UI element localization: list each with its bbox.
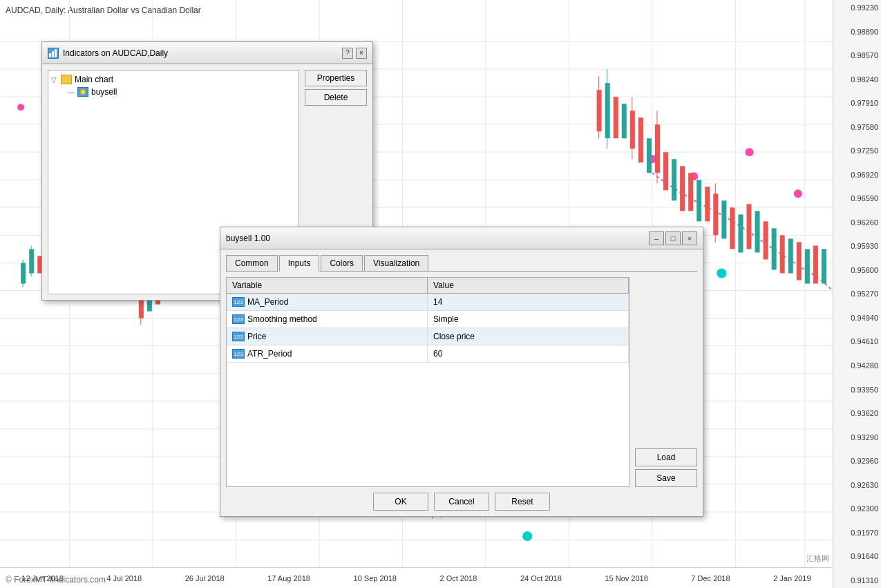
price-label-9: 0.96590 [836, 194, 878, 202]
svg-rect-90 [62, 77, 66, 79]
indicators-dialog-controls: ? × [342, 48, 367, 59]
tab-colors[interactable]: Colors [321, 255, 363, 271]
table-cell-var-4: 123 ATR_Period [227, 345, 428, 362]
properties-dialog-title: buysell 1.00 [226, 234, 270, 243]
svg-rect-64 [705, 187, 710, 221]
tree-main-chart-item[interactable]: ▽ Main chart [51, 73, 296, 86]
price-label-4: 0.98240 [836, 75, 878, 84]
svg-rect-67 [721, 200, 726, 238]
svg-point-30 [17, 104, 24, 111]
save-button[interactable]: Save [635, 469, 697, 487]
price-label-22: 0.92300 [836, 504, 878, 513]
date-label-9: 7 Dec 2018 [691, 574, 730, 582]
table-area: Variable Value 123 MA_Period 14 1 [226, 277, 697, 487]
tab-visualization[interactable]: Visualization [364, 255, 428, 271]
delete-button[interactable]: Delete [305, 89, 367, 106]
indicators-dialog-icon [48, 48, 59, 59]
watermark-right: 汇格网 [806, 553, 829, 564]
price-label-2: 0.98890 [836, 28, 878, 36]
svg-point-34 [794, 189, 802, 198]
price-label-8: 0.96920 [836, 171, 878, 179]
tree-buysell-item[interactable]: — f buysell [68, 86, 296, 98]
tree-buysell-label: buysell [91, 87, 117, 97]
svg-rect-69 [738, 214, 743, 252]
params-table-header: Variable Value [227, 278, 629, 294]
price-label-24: 0.91640 [836, 552, 878, 560]
svg-point-36 [522, 531, 532, 541]
date-label-3: 26 Jul 2018 [185, 574, 225, 582]
properties-minimize-button[interactable]: – [649, 231, 664, 245]
svg-rect-75 [788, 238, 793, 273]
price-label-3: 0.98570 [836, 51, 878, 59]
price-label-5: 0.97910 [836, 99, 878, 107]
price-label-20: 0.92960 [836, 457, 878, 465]
svg-point-33 [745, 148, 753, 156]
properties-dialog-titlebar: buysell 1.00 – □ × [220, 227, 703, 249]
reset-button[interactable]: Reset [495, 493, 550, 511]
svg-rect-71 [755, 211, 760, 252]
cancel-button[interactable]: Cancel [434, 493, 489, 511]
tab-inputs[interactable]: Inputs [279, 255, 320, 272]
date-label-2: 4 Jul 2018 [106, 574, 142, 582]
table-cell-val-2[interactable]: Simple [428, 311, 629, 328]
table-cell-val-3[interactable]: Close price [428, 328, 629, 345]
price-label-10: 0.96260 [836, 218, 878, 227]
price-label-19: 0.93290 [836, 433, 878, 442]
svg-rect-56 [647, 138, 652, 173]
svg-rect-59 [663, 152, 668, 190]
watermark-text: 汇格网 [806, 554, 829, 562]
price-label-16: 0.94280 [836, 361, 878, 370]
price-label-18: 0.93620 [836, 409, 878, 417]
price-label-25: 0.91310 [836, 576, 878, 585]
indicators-dialog-title-left: Indicators on AUDCAD,Daily [48, 48, 168, 59]
tree-child-container: — f buysell [68, 86, 296, 98]
tree-main-chart-label: Main chart [75, 75, 113, 84]
svg-rect-87 [52, 51, 54, 57]
val-text-2: Simple [433, 314, 459, 324]
table-cell-var-1: 123 MA_Period [227, 294, 428, 310]
price-label-12: 0.95600 [836, 266, 878, 274]
ok-button[interactable]: OK [373, 493, 428, 511]
svg-rect-61 [680, 166, 685, 211]
table-row-3: 123 Price Close price [227, 328, 629, 345]
indicators-dialog-titlebar: Indicators on AUDCAD,Daily ? × [42, 42, 372, 64]
svg-rect-88 [55, 49, 57, 57]
tree-expand-icon: ▽ [51, 76, 58, 84]
svg-rect-72 [764, 221, 768, 259]
indicators-help-button[interactable]: ? [342, 48, 353, 59]
val-text-4: 60 [433, 349, 442, 359]
price-label-1: 0.99230 [836, 3, 878, 12]
price-label-11: 0.95930 [836, 242, 878, 250]
properties-dialog-controls: – □ × [649, 231, 697, 245]
table-row-4: 123 ATR_Period 60 [227, 345, 629, 363]
properties-maximize-button[interactable]: □ [665, 231, 681, 245]
price-label-13: 0.95270 [836, 290, 878, 298]
var-label-3: Price [247, 332, 266, 341]
properties-close-button[interactable]: × [682, 231, 697, 245]
price-label-21: 0.92630 [836, 481, 878, 489]
svg-rect-68 [730, 207, 735, 249]
table-cell-val-1[interactable]: 14 [428, 294, 629, 310]
date-label-8: 15 Nov 2018 [605, 574, 647, 582]
table-row-2: 123 Smoothing method Simple [227, 311, 629, 328]
table-cell-var-3: 123 Price [227, 328, 428, 345]
date-label-4: 17 Aug 2018 [267, 574, 310, 582]
date-label-5: 10 Sep 2018 [354, 574, 397, 582]
svg-rect-74 [780, 235, 785, 273]
tree-buysell-expand: — [68, 88, 75, 96]
params-table: Variable Value 123 MA_Period 14 1 [226, 277, 629, 487]
var-icon-1: 123 [232, 297, 245, 307]
price-label-14: 0.94940 [836, 314, 878, 322]
indicators-dialog-title-text: Indicators on AUDCAD,Daily [63, 48, 168, 58]
properties-dialog: buysell 1.00 – □ × Common Inputs Colors … [220, 227, 703, 517]
load-button[interactable]: Load [635, 448, 697, 466]
var-label-2: Smoothing method [247, 314, 317, 324]
date-label-6: 2 Oct 2018 [440, 574, 477, 582]
properties-button[interactable]: Properties [305, 70, 367, 86]
svg-rect-70 [746, 204, 751, 249]
svg-rect-78 [813, 245, 818, 283]
price-label-7: 0.97250 [836, 146, 878, 155]
tab-common[interactable]: Common [226, 255, 278, 271]
table-cell-val-4[interactable]: 60 [428, 345, 629, 362]
indicators-close-button[interactable]: × [356, 48, 367, 59]
